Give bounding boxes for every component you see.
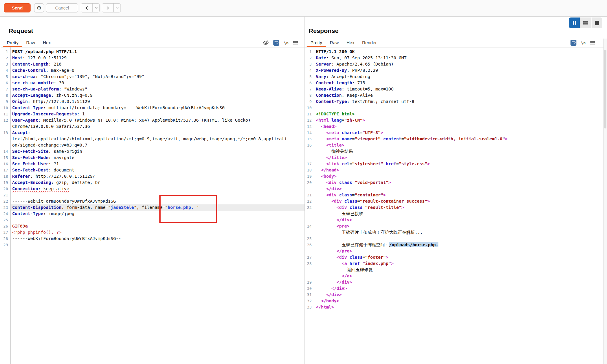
forward-dropdown-button[interactable] — [114, 4, 121, 12]
code-line[interactable]: 33</html> — [305, 304, 607, 310]
code-line[interactable]: 29 — [1, 242, 305, 248]
code-line[interactable]: 28 <a href="index.php"> — [305, 260, 607, 267]
code-line[interactable]: 15 <meta name="viewport" content="width=… — [305, 136, 607, 142]
menu-icon[interactable] — [590, 41, 595, 45]
response-editor[interactable]: 1HTTP/1.1 200 OK2Date: Sun, 07 Sep 2025 … — [305, 47, 607, 364]
code-line[interactable]: 25 — [305, 236, 607, 242]
code-line[interactable]: 1POST /upload.php HTTP/1.1 — [1, 49, 305, 55]
code-line[interactable]: 1HTTP/1.1 200 OK — [305, 49, 607, 55]
code-line[interactable]: 27<?php phpinfo(); ?> — [1, 229, 305, 236]
code-line[interactable]: 11<!DOCTYPE html> — [305, 111, 607, 117]
code-line[interactable]: 3Content-Length: 216 — [1, 61, 305, 67]
settings-button[interactable]: ⚙ — [34, 3, 44, 12]
code-line[interactable]: 8Connection: Keep-Alive — [305, 92, 607, 98]
request-tab-raw[interactable]: Raw — [22, 39, 39, 47]
code-line[interactable]: 20 <div class="void-portal"> — [305, 179, 607, 186]
code-line[interactable]: 返回玉碑修复 — [305, 267, 607, 273]
code-line[interactable]: 31 </div> — [305, 292, 607, 298]
code-line[interactable]: 6sec-ch-ua-mobile: ?0 — [1, 80, 305, 86]
word-wrap-toggle[interactable] — [273, 40, 279, 46]
code-line[interactable]: 12<html lang="zh-CN"> — [305, 117, 607, 123]
code-line[interactable]: 26 玉碑已存储于阵枢空间：/uploads/horse.php. — [305, 242, 607, 248]
response-scrollbar-thumb[interactable] — [604, 50, 606, 128]
code-line[interactable]: 7Keep-Alive: timeout=5, max=100 — [305, 86, 607, 92]
response-tab-render[interactable]: Render — [358, 39, 381, 47]
back-dropdown-button[interactable] — [93, 4, 99, 12]
code-line[interactable]: on/signed-exchange;v=b3;q=0.7 — [1, 142, 305, 148]
code-line[interactable]: 4X-Powered-By: PHP/8.2.29 — [305, 67, 607, 74]
code-line[interactable]: 9Content-Type: text/html; charset=utf-8 — [305, 98, 607, 105]
code-line[interactable]: 11Upgrade-Insecure-Requests: 1 — [1, 111, 305, 117]
code-line[interactable]: 17Sec-Fetch-Dest: document — [1, 167, 305, 173]
code-line[interactable]: 21 <div class="container"> — [305, 192, 607, 198]
code-line[interactable]: 23 <div class="result-title"> — [305, 204, 607, 211]
code-line[interactable]: 22 <div class="result-container success"… — [305, 198, 607, 204]
send-button[interactable]: Send — [4, 3, 31, 12]
code-line[interactable]: 25 — [1, 217, 305, 223]
code-line[interactable]: 18 </head> — [305, 167, 607, 173]
line-number: 4 — [305, 67, 314, 74]
code-line[interactable]: 13Accept: — [1, 130, 305, 136]
code-line[interactable]: </pre> — [305, 248, 607, 254]
code-line[interactable]: 23Content-Disposition: form-data; name="… — [1, 204, 305, 211]
eye-off-icon[interactable] — [263, 40, 269, 45]
code-line[interactable]: 5Vary: Accept-Encoding — [305, 74, 607, 80]
code-line[interactable]: 14Sec-Fetch-Site: same-origin — [1, 148, 305, 155]
code-line[interactable]: 30 </div> — [305, 285, 607, 292]
code-line[interactable]: 15Sec-Fetch-Mode: navigate — [1, 155, 305, 161]
code-line[interactable]: 22------WebKitFormBoundaryUWrBfxAJvmpKds… — [1, 198, 305, 204]
code-line[interactable]: 9Origin: http://127.0.0.1:51129 — [1, 98, 305, 105]
code-line[interactable]: 26GIF89a — [1, 223, 305, 229]
code-line[interactable]: 18Referer: http://127.0.0.1:51129/ — [1, 173, 305, 179]
word-wrap-toggle[interactable] — [570, 40, 576, 46]
forward-button[interactable] — [102, 4, 114, 12]
request-tab-hex[interactable]: Hex — [39, 39, 55, 47]
code-line[interactable]: 13 <head> — [305, 123, 607, 130]
code-line[interactable]: 6Content-Length: 715 — [305, 80, 607, 86]
code-line[interactable]: 7sec-ch-ua-platform: "Windows" — [1, 86, 305, 92]
show-newlines-toggle[interactable]: \n — [581, 41, 586, 45]
code-line[interactable]: 玉碑碎片上传成功！守护大阵正在解析... — [305, 229, 607, 236]
code-line[interactable]: 10Content-Type: multipart/form-data; bou… — [1, 105, 305, 111]
code-line[interactable]: 24Content-Type: image/jpeg — [1, 211, 305, 217]
code-line[interactable]: 8Accept-Language: zh-CN,zh;q=0.9 — [1, 92, 305, 98]
code-line[interactable]: 14 <meta charset="UTF-8"> — [305, 130, 607, 136]
code-line[interactable]: 19 <body> — [305, 173, 607, 179]
menu-icon[interactable] — [293, 41, 298, 45]
request-tab-pretty[interactable]: Pretty — [3, 39, 22, 47]
code-line[interactable]: 29 </div> — [305, 279, 607, 285]
code-line[interactable]: 17 <link rel="stylesheet" href="style.cs… — [305, 161, 607, 167]
code-line[interactable]: </a> — [305, 273, 607, 279]
response-tab-pretty[interactable]: Pretty — [307, 39, 326, 47]
request-editor[interactable]: 1POST /upload.php HTTP/1.12Host: 127.0.0… — [1, 47, 305, 364]
code-line[interactable]: 10 — [305, 105, 607, 111]
code-line[interactable]: </title> — [305, 155, 607, 161]
code-line[interactable]: 3Server: Apache/2.4.65 (Debian) — [305, 61, 607, 67]
code-line[interactable]: text/html,application/xhtml+xml,applicat… — [1, 136, 305, 142]
code-line[interactable]: 12User-Agent: Mozilla/5.0 (Windows NT 10… — [1, 117, 305, 123]
code-line[interactable]: 4Cache-Control: max-age=0 — [1, 67, 305, 74]
code-line[interactable]: 19Accept-Encoding: gzip, deflate, br — [1, 179, 305, 186]
code-line[interactable]: 28------WebKitFormBoundaryUWrBfxAJvmpKds… — [1, 236, 305, 242]
code-line[interactable]: 16Sec-Fetch-User: ?1 — [1, 161, 305, 167]
code-line[interactable]: 27 <div class="footer"> — [305, 254, 607, 260]
code-line[interactable]: 24 <pre> — [305, 223, 607, 229]
code-line[interactable]: 21 — [1, 192, 305, 198]
back-button[interactable] — [81, 4, 93, 12]
response-tab-raw[interactable]: Raw — [326, 39, 343, 47]
code-line[interactable]: 玉碑已接收 — [305, 211, 607, 217]
code-line[interactable]: 20Connection: keep-alive — [1, 186, 305, 192]
code-line[interactable]: 5sec-ch-ua: "Chromium";v="139", "Not;A=B… — [1, 74, 305, 80]
cancel-button[interactable]: Cancel — [46, 3, 78, 12]
code-line[interactable]: </div> — [305, 217, 607, 223]
code-line[interactable]: 2Date: Sun, 07 Sep 2025 13:11:30 GMT — [305, 55, 607, 61]
response-tab-hex[interactable]: Hex — [343, 39, 358, 47]
chevron-down-icon — [116, 7, 119, 9]
code-line[interactable]: 2Host: 127.0.0.1:51129 — [1, 55, 305, 61]
code-line[interactable]: 16 <title> — [305, 142, 607, 148]
code-line[interactable]: Chrome/139.0.0.0 Safari/537.36 — [1, 123, 305, 130]
code-line[interactable]: </div> — [305, 186, 607, 192]
code-line[interactable]: 御神关结果 — [305, 148, 607, 155]
code-line[interactable]: 32 </body> — [305, 298, 607, 304]
show-newlines-toggle[interactable]: \n — [284, 41, 289, 45]
